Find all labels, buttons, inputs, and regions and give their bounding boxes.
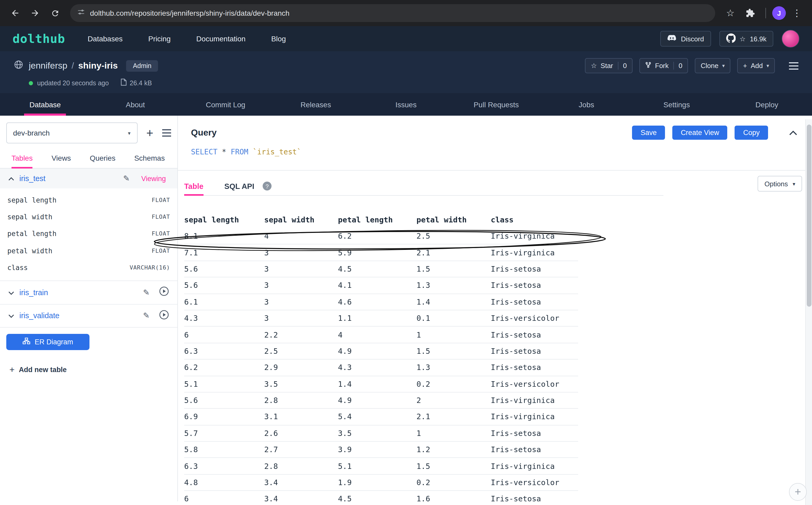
sidebar-table-iris-validate[interactable]: iris_validate ✎: [0, 304, 177, 328]
column-type: VARCHAR(16): [130, 265, 170, 271]
discord-button[interactable]: Discord: [660, 31, 711, 46]
sidebar-tab-views[interactable]: Views: [51, 148, 71, 168]
table-link[interactable]: iris_train: [19, 288, 48, 297]
sidebar-table-iris-test[interactable]: iris_test ✎ Viewing: [0, 169, 177, 188]
nav-item-databases[interactable]: Databases: [87, 34, 123, 43]
dolthub-logo[interactable]: dolthub: [13, 32, 65, 45]
browser-menu-icon[interactable]: ⋮: [788, 4, 806, 22]
table-link[interactable]: iris_validate: [19, 312, 59, 320]
table-cell: 0.2: [416, 478, 491, 487]
site-settings-icon[interactable]: [77, 8, 85, 18]
table-row: 6.32.54.91.5Iris-setosa: [184, 343, 578, 359]
sidebar-tab-schemas[interactable]: Schemas: [134, 148, 165, 168]
nav-item-pricing[interactable]: Pricing: [148, 34, 171, 43]
github-icon: [726, 33, 735, 44]
repo-menu-icon[interactable]: [789, 62, 798, 69]
er-diagram-label: ER Diagram: [34, 338, 73, 346]
forward-button[interactable]: [26, 4, 44, 22]
sidebar-menu-icon[interactable]: [162, 129, 171, 137]
collapse-query-icon[interactable]: [789, 130, 797, 135]
table-cell: 3.5: [264, 380, 338, 388]
back-button[interactable]: [6, 4, 24, 22]
repo-tab-jobs[interactable]: Jobs: [541, 93, 631, 116]
play-icon[interactable]: [159, 310, 169, 322]
fork-button[interactable]: Fork 0: [639, 58, 688, 73]
table-cell: 2.1: [416, 248, 491, 257]
er-diagram-button[interactable]: ER Diagram: [6, 334, 89, 350]
options-button[interactable]: Options ▾: [758, 176, 802, 191]
repo-tab-issues[interactable]: Issues: [361, 93, 451, 116]
table-link[interactable]: iris_test: [19, 174, 45, 183]
reload-button[interactable]: [46, 4, 64, 22]
edit-icon[interactable]: ✎: [143, 288, 150, 297]
schema-column-sepal-length: sepal lengthFLOAT: [0, 191, 177, 208]
page-scrollbar[interactable]: [805, 119, 812, 505]
table-cell: 1.5: [416, 265, 491, 273]
url-text[interactable]: dolthub.com/repositories/jennifersp/shin…: [90, 9, 289, 17]
repo-tab-releases[interactable]: Releases: [271, 93, 361, 116]
create-view-button[interactable]: Create View: [672, 126, 728, 140]
sidebar-table-iris-train[interactable]: iris_train ✎: [0, 281, 177, 304]
user-avatar[interactable]: [782, 30, 799, 48]
copy-button[interactable]: Copy: [735, 126, 768, 140]
table-cell: Iris-virginica: [491, 412, 578, 421]
table-cell: 6.9: [184, 412, 264, 421]
github-stars-button[interactable]: ☆ 16.9k: [719, 31, 773, 46]
table-cell: 1.1: [338, 314, 416, 322]
scrollbar-thumb[interactable]: [807, 125, 811, 307]
column-name: class: [7, 264, 28, 272]
fork-label: Fork: [655, 62, 669, 69]
browser-profile-avatar[interactable]: J: [772, 6, 786, 20]
table-row: 5.72.63.51Iris-setosa: [184, 425, 578, 442]
table-cell: 4.5: [338, 495, 416, 503]
play-icon[interactable]: [159, 287, 169, 299]
sidebar-tab-tables[interactable]: Tables: [11, 148, 33, 168]
table-cell: Iris-virginica: [491, 248, 578, 257]
chevron-down-icon: ▾: [128, 130, 131, 136]
repo-tab-database[interactable]: Database: [0, 93, 90, 116]
save-button[interactable]: Save: [632, 126, 665, 140]
table-cell: 6.2: [338, 232, 416, 240]
table-cell: 6.3: [184, 347, 264, 355]
table-cell: Iris-versicolor: [491, 380, 578, 388]
repo-name[interactable]: shiny-iris: [78, 60, 118, 71]
table-cell: 4: [338, 330, 416, 339]
repo-tab-about[interactable]: About: [90, 93, 181, 116]
extensions-icon[interactable]: [741, 4, 759, 22]
sql-query[interactable]: SELECT * FROM `iris_test`: [191, 148, 797, 156]
column-type: FLOAT: [152, 230, 170, 237]
zoom-plus-button[interactable]: +: [789, 483, 807, 501]
repo-owner-link[interactable]: jennifersp: [29, 60, 67, 71]
repo-tab-deploy[interactable]: Deploy: [722, 93, 812, 116]
table-cell: 8.1: [184, 232, 264, 240]
address-bar[interactable]: dolthub.com/repositories/jennifersp/shin…: [70, 4, 715, 22]
add-label: Add: [751, 62, 763, 69]
tab-sql-api[interactable]: SQL API: [224, 177, 254, 195]
help-icon[interactable]: ?: [263, 182, 271, 190]
table-row: 6.22.94.31.3Iris-setosa: [184, 359, 578, 376]
nav-item-blog[interactable]: Blog: [271, 34, 286, 43]
chevron-down-icon[interactable]: [8, 288, 14, 297]
sidebar-tab-queries[interactable]: Queries: [90, 148, 116, 168]
tab-table[interactable]: Table: [184, 177, 204, 195]
chevron-up-icon[interactable]: [8, 174, 14, 183]
fork-icon: [645, 61, 651, 70]
add-new-table-button[interactable]: + Add new table: [9, 365, 177, 375]
chevron-down-icon[interactable]: [8, 311, 14, 321]
table-cell: 3.4: [264, 495, 338, 503]
nav-item-documentation[interactable]: Documentation: [196, 34, 245, 43]
bookmark-star-icon[interactable]: ☆: [722, 4, 739, 22]
repo-tab-settings[interactable]: Settings: [631, 93, 722, 116]
branch-selector[interactable]: dev-branch ▾: [6, 123, 137, 143]
new-branch-icon[interactable]: +: [146, 127, 153, 139]
repo-tab-pull-requests[interactable]: Pull Requests: [451, 93, 541, 116]
table-cell: 1.4: [338, 380, 416, 388]
discord-icon: [667, 34, 677, 43]
add-button[interactable]: + Add ▾: [737, 58, 775, 73]
edit-icon[interactable]: ✎: [123, 174, 130, 183]
edit-icon[interactable]: ✎: [143, 311, 150, 321]
repo-tab-commit-log[interactable]: Commit Log: [181, 93, 271, 116]
clone-button[interactable]: Clone ▾: [695, 58, 731, 73]
star-button[interactable]: ☆ Star 0: [585, 58, 633, 73]
repo-header: jennifersp / shiny-iris Admin ☆ Star 0 F…: [0, 51, 812, 93]
